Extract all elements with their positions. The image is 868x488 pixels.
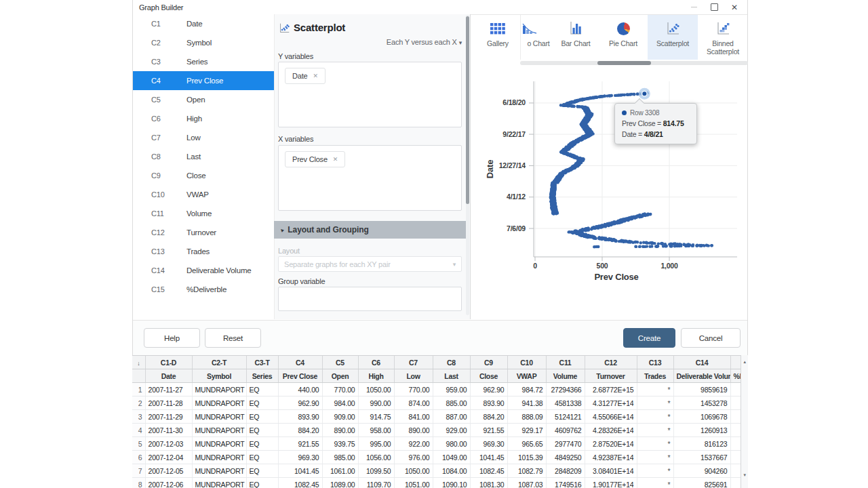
table-cell[interactable]: MUNDRAPORT [192,451,246,464]
maximize-button[interactable] [704,1,724,14]
column-header[interactable]: Trades [637,369,673,383]
table-cell[interactable]: 4849250 [546,451,585,464]
column-header[interactable] [730,356,741,369]
chip-remove-icon[interactable]: ✕ [333,156,338,163]
table-cell[interactable]: EQ [246,478,278,488]
column-header[interactable]: Low [394,369,433,383]
table-cell[interactable]: EQ [246,396,278,410]
table-cell[interactable]: 1041.45 [278,464,322,478]
layout-grouping-header[interactable]: ▴ Layout and Grouping [274,221,466,239]
table-cell[interactable]: 909.00 [322,410,358,424]
column-header[interactable]: C11 [546,356,585,369]
table-cell[interactable]: 2007-11-29 [145,410,192,424]
y-variables-box[interactable]: Date✕ [278,62,462,127]
variable-chip[interactable]: Prev Close✕ [285,151,345,167]
table-cell[interactable]: 914.75 [358,410,394,424]
table-cell[interactable]: 1090.10 [433,478,470,488]
row-number[interactable]: 5 [132,437,145,451]
table-cell[interactable]: 1082.45 [470,464,507,478]
column-header[interactable]: %D [730,369,741,383]
table-cell[interactable]: 904260 [673,464,730,478]
table-cell[interactable]: MUNDRAPORT [192,478,246,488]
table-cell[interactable]: MUNDRAPORT [192,410,246,424]
scatterplot-preview[interactable]: 6/18/209/22/1712/27/144/1/127/6/0905001,… [471,65,748,319]
table-cell[interactable]: 1109.70 [358,478,394,488]
table-cell[interactable]: * [637,424,673,437]
scroll-up-button[interactable]: ▲ [741,357,748,366]
table-cell[interactable]: 874.00 [394,396,433,410]
table-cell[interactable]: 1050.00 [358,383,394,396]
table-cell[interactable]: 825691 [673,478,730,488]
table-cell[interactable]: 1749516 [546,478,585,488]
column-header[interactable]: C12 [585,356,637,369]
table-cell[interactable] [730,424,741,437]
table-cell[interactable]: 888.09 [507,410,546,424]
table-cell[interactable]: 2007-12-03 [145,437,192,451]
column-header[interactable]: C14 [673,356,730,369]
gallery-tile-pie-chart[interactable]: Pie Chart [603,15,644,60]
column-row-c12[interactable]: C12Turnover [133,223,274,242]
gallery-tile-scatterplot[interactable]: Scatterplot [648,15,698,60]
builder-scrollbar-thumb[interactable] [466,16,469,204]
table-cell[interactable]: 885.00 [433,396,470,410]
column-row-c8[interactable]: C8Last [133,147,274,166]
row-number[interactable]: 1 [132,383,145,396]
table-cell[interactable]: 941.38 [507,396,546,410]
column-header[interactable]: C1-D [145,356,192,369]
table-cell[interactable]: 884.20 [278,424,322,437]
table-cell[interactable]: * [637,478,673,488]
table-cell[interactable]: 939.75 [322,437,358,451]
table-cell[interactable]: 1061.00 [322,464,358,478]
table-cell[interactable]: 1537667 [673,451,730,464]
table-cell[interactable]: 1049.00 [433,451,470,464]
table-cell[interactable]: * [637,464,673,478]
table-scrollbar[interactable] [741,355,748,488]
table-cell[interactable]: 929.17 [507,424,546,437]
table-cell[interactable]: 984.00 [322,396,358,410]
gallery-tile-o-chart[interactable]: o Chart [520,15,557,60]
reset-button[interactable]: Reset [205,328,261,348]
table-cell[interactable]: MUNDRAPORT [192,464,246,478]
group-variable-box[interactable] [278,287,462,311]
table-cell[interactable]: 1081.30 [470,478,507,488]
cancel-button[interactable]: Cancel [681,328,741,348]
row-number[interactable]: 2 [132,396,145,410]
column-header[interactable]: C7 [394,356,433,369]
table-cell[interactable]: EQ [246,424,278,437]
column-row-c9[interactable]: C9Close [133,166,274,185]
table-cell[interactable]: 2007-12-05 [145,464,192,478]
column-header[interactable]: Deliverable Volume [673,369,730,383]
column-header[interactable]: C8 [433,356,470,369]
chip-remove-icon[interactable]: ✕ [313,73,317,79]
table-cell[interactable]: 965.65 [507,437,546,451]
column-row-c5[interactable]: C5Open [133,90,274,109]
row-number[interactable]: 6 [132,451,145,464]
table-cell[interactable]: 5124121 [546,410,585,424]
table-cell[interactable]: 9859619 [673,383,730,396]
table-cell[interactable]: 4.55066E+14 [585,410,637,424]
table-cell[interactable]: 2.87520E+14 [585,437,637,451]
table-cell[interactable]: 1041.45 [470,451,507,464]
table-cell[interactable]: 4.92387E+14 [585,451,637,464]
table-cell[interactable]: 1084.00 [433,464,470,478]
table-cell[interactable]: EQ [246,383,278,396]
column-header[interactable]: C9 [470,356,507,369]
table-cell[interactable]: 1050.00 [394,464,433,478]
column-header[interactable]: Series [246,369,278,383]
table-cell[interactable] [730,396,741,410]
column-row-c1[interactable]: C1Date [133,14,274,33]
table-cell[interactable]: 816123 [673,437,730,451]
table-cell[interactable]: 976.00 [394,451,433,464]
table-cell[interactable]: 1082.79 [507,464,546,478]
column-header[interactable]: C13 [637,356,673,369]
table-cell[interactable]: 1051.00 [394,478,433,488]
table-cell[interactable]: 1089.00 [322,478,358,488]
table-cell[interactable]: 1056.00 [358,451,394,464]
table-cell[interactable]: 2007-11-28 [145,396,192,410]
column-header[interactable]: Symbol [192,369,246,383]
column-header[interactable]: High [358,369,394,383]
column-header[interactable]: Last [433,369,470,383]
column-header[interactable]: VWAP [507,369,546,383]
table-cell[interactable]: 2007-12-06 [145,478,192,488]
table-cell[interactable]: 984.72 [507,383,546,396]
